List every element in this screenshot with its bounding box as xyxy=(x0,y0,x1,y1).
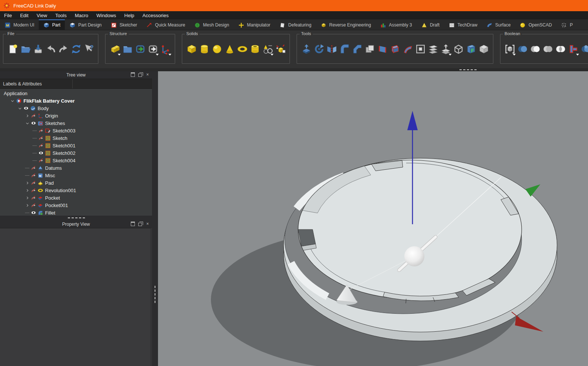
primitives-button[interactable] xyxy=(261,39,274,59)
save-document-button[interactable] xyxy=(32,39,44,59)
tab-part-design[interactable]: Part Design xyxy=(65,19,106,30)
visibility-off-icon[interactable] xyxy=(30,187,37,194)
chevron-right-icon[interactable] xyxy=(25,112,30,119)
visibility-off-icon[interactable] xyxy=(30,164,37,172)
tree-item-pocket001[interactable]: Pocket001 xyxy=(0,201,152,209)
tab-sketcher[interactable]: Sketcher xyxy=(106,19,142,30)
sphere-button[interactable] xyxy=(211,39,223,59)
create-part-button[interactable] xyxy=(108,39,121,59)
chevron-right-icon[interactable] xyxy=(25,187,30,194)
visibility-on-icon[interactable] xyxy=(30,119,37,127)
datum-coordinate-system-button[interactable] xyxy=(159,39,172,59)
tree-item-body[interactable]: Body xyxy=(0,104,152,112)
make-link-group-button[interactable] xyxy=(146,39,159,59)
tree-item-sketch[interactable]: Sketch xyxy=(0,134,152,142)
menu-file[interactable]: File xyxy=(0,11,16,19)
tree-item-revolution001[interactable]: Revolution001 xyxy=(0,187,152,194)
tree-item-misc[interactable]: MMisc xyxy=(0,172,152,179)
chevron-right-icon[interactable] xyxy=(25,194,30,201)
cut-button[interactable] xyxy=(529,39,541,59)
visibility-off-icon[interactable] xyxy=(30,194,37,201)
property-panel-float-icon[interactable] xyxy=(138,222,142,226)
tree-item-fillet[interactable]: Fillet xyxy=(0,209,152,216)
panel-splitter-handle[interactable] xyxy=(68,218,85,218)
dropdown-arrow-icon[interactable] xyxy=(168,54,171,56)
visibility-off-icon[interactable] xyxy=(38,134,44,142)
fillet-button[interactable] xyxy=(338,39,351,59)
refresh-button[interactable] xyxy=(70,39,82,59)
sweep-button[interactable] xyxy=(401,39,414,59)
visibility-on-icon[interactable] xyxy=(23,104,29,112)
loft-button[interactable] xyxy=(389,39,401,59)
tree-item-sketches[interactable]: Sketches xyxy=(0,119,152,127)
dock-splitter-handle[interactable] xyxy=(459,69,477,70)
tree-item-application[interactable]: Application xyxy=(0,90,152,97)
tree-item-sketch004[interactable]: Sketch004 xyxy=(0,157,152,164)
boolean-button[interactable] xyxy=(516,39,529,59)
menu-accessories[interactable]: Accessories xyxy=(138,11,173,19)
thickness-button[interactable] xyxy=(452,39,465,59)
revolve-button[interactable] xyxy=(313,39,325,59)
dropdown-arrow-icon[interactable] xyxy=(513,54,516,56)
tab-defeaturing[interactable]: Defeaturing xyxy=(275,19,316,30)
boolean-fragments-button[interactable] xyxy=(579,39,588,59)
compound-button[interactable] xyxy=(503,39,516,59)
tree-panel-close-icon[interactable]: × xyxy=(145,72,150,77)
extrude-button[interactable] xyxy=(300,39,313,59)
chevron-down-icon[interactable] xyxy=(10,97,15,104)
union-button[interactable] xyxy=(541,39,554,59)
dropdown-arrow-icon[interactable] xyxy=(271,54,274,56)
visibility-off-icon[interactable] xyxy=(30,201,37,209)
visibility-off-icon[interactable] xyxy=(38,142,44,149)
dock-viewport-splitter-handle[interactable] xyxy=(155,286,155,303)
visibility-off-icon[interactable] xyxy=(30,112,37,119)
tree-column-labels-attributes[interactable]: Labels & Attributes xyxy=(0,79,73,88)
tree-item-sketch002[interactable]: Sketch002 xyxy=(0,149,152,157)
menu-edit[interactable]: Edit xyxy=(16,11,32,19)
cross-sections-button[interactable] xyxy=(427,39,439,59)
visibility-on-icon[interactable] xyxy=(38,149,44,157)
tab-p[interactable]: P xyxy=(556,19,577,30)
visibility-off-icon[interactable] xyxy=(38,157,44,164)
dropdown-arrow-icon[interactable] xyxy=(156,54,159,56)
tree-item-pocket[interactable]: Pocket xyxy=(0,194,152,201)
dropdown-arrow-icon[interactable] xyxy=(449,54,452,56)
dropdown-arrow-icon[interactable] xyxy=(118,54,121,56)
redo-button[interactable] xyxy=(57,39,70,59)
make-link-button[interactable] xyxy=(134,39,146,59)
dropdown-arrow-icon[interactable] xyxy=(576,54,579,56)
mirror-button[interactable] xyxy=(325,39,338,59)
shape-builder-button[interactable] xyxy=(274,39,287,59)
chevron-down-icon[interactable] xyxy=(25,119,30,127)
tab-manipulator[interactable]: Manipulator xyxy=(234,19,275,30)
tab-quick-measure[interactable]: Quick Measure xyxy=(142,19,190,30)
visibility-off-icon[interactable] xyxy=(30,172,37,179)
tab-mesh-design[interactable]: Mesh Design xyxy=(190,19,234,30)
create-group-button[interactable] xyxy=(121,39,134,59)
tree-item-pad[interactable]: Pad xyxy=(0,179,152,187)
property-panel-close-icon[interactable]: × xyxy=(145,222,150,226)
tab-openscad[interactable]: OpenSCAD xyxy=(515,19,556,30)
tab-part[interactable]: Part xyxy=(39,19,65,30)
cube-button[interactable] xyxy=(185,39,198,59)
menu-macro[interactable]: Macro xyxy=(71,11,92,19)
dragger-center-sphere[interactable] xyxy=(404,246,424,266)
tab-modern-ui[interactable]: MModern UI xyxy=(0,19,39,30)
tree-item-origin[interactable]: Origin xyxy=(0,112,152,119)
cone-button[interactable] xyxy=(223,39,236,59)
chevron-down-icon[interactable] xyxy=(17,104,23,112)
menu-tools[interactable]: Tools xyxy=(51,11,70,19)
tree-item-sketch003[interactable]: Sketch003 xyxy=(0,127,152,134)
visibility-off-icon[interactable] xyxy=(30,179,37,187)
visibility-on-icon[interactable] xyxy=(30,209,37,216)
cylinder-button[interactable] xyxy=(198,39,211,59)
undo-button[interactable] xyxy=(44,39,57,59)
tree-item-flikflak-battery-cover[interactable]: FlikFlak Battery Cover xyxy=(0,97,152,104)
project-on-surface-button[interactable]: F xyxy=(465,39,477,59)
convert-to-solid-button[interactable] xyxy=(477,39,490,59)
tab-draft[interactable]: Draft xyxy=(417,19,444,30)
menu-view[interactable]: View xyxy=(32,11,51,19)
intersection-button[interactable] xyxy=(554,39,567,59)
new-document-button[interactable] xyxy=(6,39,19,59)
whats-this-button[interactable]: ? xyxy=(82,39,95,59)
